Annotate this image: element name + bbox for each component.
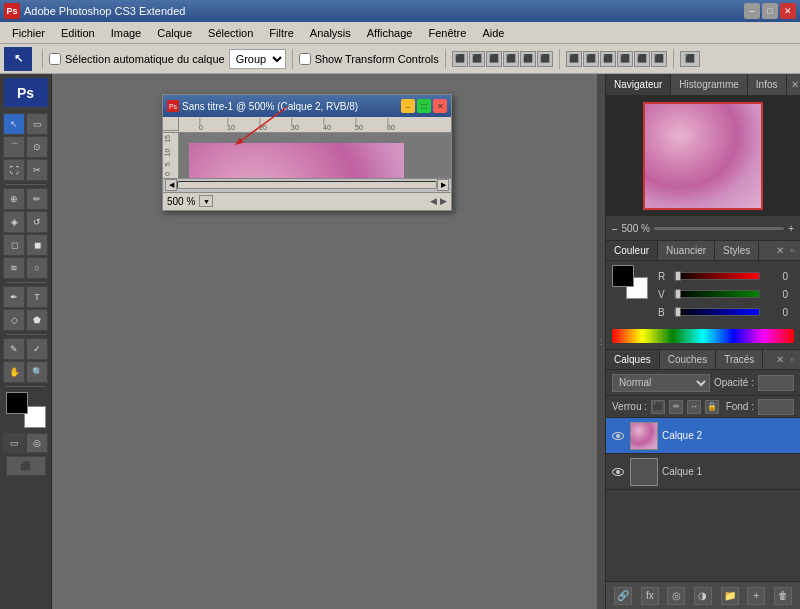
green-slider[interactable] [674, 290, 760, 298]
zoom-out-btn[interactable]: – [612, 223, 618, 234]
panel-resize-handle[interactable]: ⋮ [597, 74, 605, 609]
color-collapse-btn[interactable]: » [788, 246, 800, 255]
layer-item-1[interactable]: Calque 1 [606, 454, 800, 490]
dist-top-icon[interactable]: ⬛ [617, 51, 633, 67]
zoom-dropdown-btn[interactable]: ▼ [199, 195, 213, 207]
menu-affichage[interactable]: Affichage [359, 25, 421, 41]
delete-layer-btn[interactable]: 🗑 [774, 587, 792, 605]
crop-tool-btn[interactable]: ⛶ [3, 159, 25, 181]
zoom-in-btn[interactable]: + [788, 223, 794, 234]
add-mask-btn[interactable]: ◎ [667, 587, 685, 605]
blue-slider[interactable] [674, 308, 760, 316]
layers-collapse-btn[interactable]: » [788, 355, 800, 364]
tab-styles[interactable]: Styles [715, 241, 759, 260]
blend-mode-select[interactable]: Normal Dissolve Multiply [612, 374, 710, 392]
screen-mode-btn[interactable]: ⬛ [6, 456, 46, 476]
path-tool-btn[interactable]: ◇ [3, 309, 25, 331]
menu-analysis[interactable]: Analysis [302, 25, 359, 41]
dist-center-icon[interactable]: ⬛ [583, 51, 599, 67]
clone-tool-btn[interactable]: ◈ [3, 211, 25, 233]
quick-mask-btn[interactable]: ◎ [26, 433, 48, 453]
layer-style-btn[interactable]: fx [641, 587, 659, 605]
menu-selection[interactable]: Sélection [200, 25, 261, 41]
fg-bg-swatches[interactable] [612, 265, 648, 299]
color-spectrum-bar[interactable] [612, 329, 794, 343]
new-group-btn[interactable]: 📁 [721, 587, 739, 605]
layer-1-visibility-btn[interactable] [610, 464, 626, 480]
shape-tool-btn[interactable]: ⬟ [26, 309, 48, 331]
maximize-button[interactable]: □ [762, 3, 778, 19]
heal-tool-btn[interactable]: ⊕ [3, 188, 25, 210]
eyedrop-tool-btn[interactable]: ✓ [26, 338, 48, 360]
tab-histogramme[interactable]: Histogramme [671, 74, 747, 95]
menu-edition[interactable]: Edition [53, 25, 103, 41]
brush-tool-btn[interactable]: ✏ [26, 188, 48, 210]
auto-select-checkbox[interactable] [49, 53, 61, 65]
slice-tool-btn[interactable]: ✂ [26, 159, 48, 181]
align-middle-icon[interactable]: ⬛ [520, 51, 536, 67]
align-left-icon[interactable]: ⬛ [452, 51, 468, 67]
close-button[interactable]: ✕ [780, 3, 796, 19]
navigator-panel-close[interactable]: ✕ [787, 79, 800, 90]
move-tool-btn[interactable]: ↖ [3, 113, 25, 135]
menu-fenetre[interactable]: Fenêtre [420, 25, 474, 41]
tab-calques[interactable]: Calques [606, 350, 660, 369]
menu-aide[interactable]: Aide [474, 25, 512, 41]
layer-2-visibility-btn[interactable] [610, 428, 626, 444]
fg-color-swatch[interactable] [6, 392, 28, 414]
lock-position-btn[interactable]: ↔ [687, 400, 701, 414]
tab-traces[interactable]: Tracés [716, 350, 763, 369]
notes-tool-btn[interactable]: ✎ [3, 338, 25, 360]
doc-maximize-btn[interactable]: □ [417, 99, 431, 113]
doc-close-btn[interactable]: ✕ [433, 99, 447, 113]
type-tool-btn[interactable]: T [26, 286, 48, 308]
fg-bg-color-widget[interactable] [6, 392, 46, 428]
new-layer-btn[interactable]: + [747, 587, 765, 605]
opacity-input[interactable]: 100% [758, 375, 794, 391]
quick-select-btn[interactable]: ⊙ [26, 136, 48, 158]
dist-right-icon[interactable]: ⬛ [600, 51, 616, 67]
lasso-tool-btn[interactable]: ⌒ [3, 136, 25, 158]
hand-tool-btn[interactable]: ✋ [3, 361, 25, 383]
green-thumb[interactable] [675, 289, 681, 299]
standard-mode-btn[interactable]: ▭ [3, 433, 25, 453]
blur-tool-btn[interactable]: ≋ [3, 257, 25, 279]
select-tool-btn[interactable]: ▭ [26, 113, 48, 135]
menu-image[interactable]: Image [103, 25, 150, 41]
lock-image-btn[interactable]: ✏ [669, 400, 683, 414]
scroll-right-btn[interactable]: ▶ [437, 179, 449, 191]
tab-couches[interactable]: Couches [660, 350, 716, 369]
zoom-tool-btn[interactable]: 🔍 [26, 361, 48, 383]
tab-couleur[interactable]: Couleur [606, 241, 658, 260]
doc-minimize-btn[interactable]: – [401, 99, 415, 113]
move-tool-icon[interactable]: ↖ [4, 47, 32, 71]
color-panel-close[interactable]: ✕ [772, 245, 788, 256]
align-top-icon[interactable]: ⬛ [503, 51, 519, 67]
canvas-scroll-area[interactable] [179, 133, 451, 178]
tab-nuancier[interactable]: Nuancier [658, 241, 715, 260]
dist-middle-icon[interactable]: ⬛ [634, 51, 650, 67]
auto-select-dropdown[interactable]: Group Layer [229, 49, 286, 69]
blue-thumb[interactable] [675, 307, 681, 317]
scroll-left-btn[interactable]: ◀ [165, 179, 177, 191]
dist-left-icon[interactable]: ⬛ [566, 51, 582, 67]
menu-fichier[interactable]: Fichier [4, 25, 53, 41]
pen-tool-btn[interactable]: ✒ [3, 286, 25, 308]
options-icon[interactable]: ⬛ [680, 51, 700, 67]
fill-input[interactable]: 100% [758, 399, 794, 415]
align-right-icon[interactable]: ⬛ [486, 51, 502, 67]
doc-title-bar[interactable]: Ps Sans titre-1 @ 500% (Calque 2, RVB/8)… [163, 95, 451, 117]
menu-calque[interactable]: Calque [149, 25, 200, 41]
tab-navigateur[interactable]: Navigateur [606, 74, 671, 95]
menu-filtre[interactable]: Filtre [261, 25, 301, 41]
layer-item-2[interactable]: Calque 2 [606, 418, 800, 454]
tab-infos[interactable]: Infos [748, 74, 787, 95]
history-brush-btn[interactable]: ↺ [26, 211, 48, 233]
align-center-icon[interactable]: ⬛ [469, 51, 485, 67]
dist-bottom-icon[interactable]: ⬛ [651, 51, 667, 67]
eraser-tool-btn[interactable]: ◻ [3, 234, 25, 256]
layers-panel-close[interactable]: ✕ [772, 354, 788, 365]
scroll-track-h[interactable] [177, 181, 437, 189]
link-layers-btn[interactable]: 🔗 [614, 587, 632, 605]
red-slider[interactable] [674, 272, 760, 280]
